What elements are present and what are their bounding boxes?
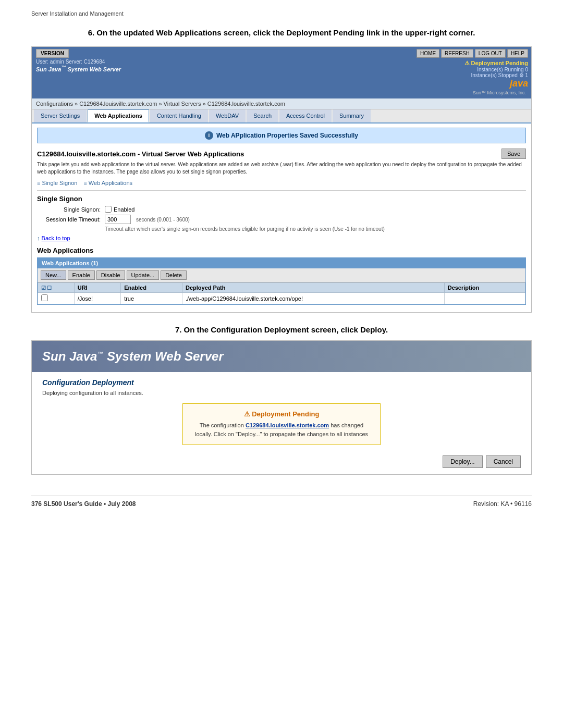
sun-java-title: Sun Java™ System Web Server <box>42 349 521 364</box>
app-header-left: VERSION User: admin Server: C129684 Sun … <box>32 47 125 98</box>
doc-title: Server Installation and Management <box>31 10 532 17</box>
success-message: Web APplication Properties Saved Success… <box>216 132 358 139</box>
config-deployment-description: Deploying configuration to all instances… <box>42 390 521 396</box>
pending-server: C129684.louisville.stortek.com <box>246 422 329 428</box>
session-timeout-row: Session Idle Timeout: 300 seconds (0.001… <box>37 215 526 224</box>
header-buttons: HOME REFRESH LOG OUT HELP <box>417 49 528 58</box>
session-timeout-input[interactable]: 300 <box>105 215 131 224</box>
config-deployment-content: Configuration Deployment Deploying confi… <box>32 372 531 474</box>
version-button[interactable]: VERSION <box>36 49 69 58</box>
enabled-checkbox[interactable] <box>105 206 112 213</box>
back-to-top-link[interactable]: Back to top <box>37 235 526 241</box>
single-signon-title: Single Signon <box>37 195 526 203</box>
session-timeout-suffix: seconds (0.001 - 3600) <box>136 217 190 223</box>
row-checkbox[interactable] <box>41 294 48 301</box>
col-enabled: Enabled <box>121 283 182 293</box>
row-uri: /Jose! <box>74 293 120 304</box>
single-signon-control: Enabled <box>105 206 134 213</box>
page-title-row: C129684.louisville.stortek.com - Virtual… <box>37 149 526 159</box>
section6-heading: 6. On the updated Web Applications scree… <box>31 27 532 38</box>
tab-access-control[interactable]: Access Control <box>279 109 332 122</box>
page-description: This page lets you add web applications … <box>37 161 526 176</box>
section7-heading: 7. On the Configuration Deployment scree… <box>31 325 532 334</box>
app-header-right: HOME REFRESH LOG OUT HELP Deployment Pen… <box>413 47 531 98</box>
home-button[interactable]: HOME <box>417 49 439 58</box>
web-apps-data-table: ☑ ☐ URI Enabled Deployed Path Descriptio… <box>38 282 525 304</box>
update-button[interactable]: Update... <box>127 270 160 280</box>
refresh-button[interactable]: REFRESH <box>441 49 473 58</box>
row-description <box>444 293 525 304</box>
quick-link-web-applications[interactable]: Web Applications <box>83 180 132 186</box>
session-timeout-control: 300 seconds (0.001 - 3600) <box>105 215 190 224</box>
quick-links: Single Signon Web Applications <box>37 180 526 186</box>
success-banner: i Web APplication Properties Saved Succe… <box>37 128 526 143</box>
screenshot-section6: VERSION User: admin Server: C129684 Sun … <box>31 46 532 313</box>
sun-microsystems: Sun™ Microsystems, Inc. <box>471 89 528 96</box>
deployment-pending-box-title: Deployment Pending <box>191 410 372 418</box>
footer: 376 SL500 User's Guide • July 2008 Revis… <box>31 496 532 508</box>
save-button[interactable]: Save <box>501 149 526 159</box>
tab-search[interactable]: Search <box>247 109 278 122</box>
app-title-text: Sun Java™ System Web Server <box>36 66 121 72</box>
col-uri: URI <box>74 283 120 293</box>
tab-web-applications[interactable]: Web Applications <box>88 109 149 122</box>
row-checkbox-cell[interactable] <box>38 293 75 304</box>
cancel-button[interactable]: Cancel <box>486 455 521 468</box>
tab-webdav[interactable]: WebDAV <box>209 109 246 122</box>
table-icons: ☑ ☐ <box>41 285 71 291</box>
content-area: i Web APplication Properties Saved Succe… <box>32 124 531 312</box>
screenshot-section7: Sun Java™ System Web Server Configuratio… <box>31 340 532 475</box>
single-signon-label: Single Signon: <box>37 206 105 213</box>
footer-left: 376 SL500 User's Guide • July 2008 <box>31 500 136 508</box>
bottom-buttons: Deploy... Cancel <box>42 455 521 468</box>
session-timeout-label: Session Idle Timeout: <box>37 216 105 223</box>
deployment-pending-box: Deployment Pending The configuration C12… <box>182 403 381 445</box>
deployment-pending-box-desc: The configuration C129684.louisville.sto… <box>191 421 372 438</box>
user-info: User: admin Server: C129684 <box>36 59 121 65</box>
web-apps-table-container: Web Applications (1) New... Enable Disab… <box>37 257 526 305</box>
col-deployed-path: Deployed Path <box>182 283 444 293</box>
web-applications-section-title: Web Applications <box>37 246 526 254</box>
config-deployment-title: Configuration Deployment <box>42 378 521 387</box>
help-button[interactable]: HELP <box>507 49 528 58</box>
back-to-top-anchor[interactable]: Back to top <box>42 235 70 241</box>
table-row: /Jose! true ./web-app/C129684.louisville… <box>38 293 525 304</box>
app-header: VERSION User: admin Server: C129684 Sun … <box>32 47 531 98</box>
pending-desc-pre: The configuration <box>200 422 246 428</box>
new-button[interactable]: New... <box>41 270 66 280</box>
instances-stopped: Instance(s) Stopped ⚙ 1 <box>471 72 528 78</box>
footer-right: Revision: KA • 96116 <box>473 500 532 508</box>
deployment-pending-link[interactable]: Deployment Pending <box>464 60 528 67</box>
deselect-all-icon[interactable]: ☐ <box>47 285 52 291</box>
col-description: Description <box>444 283 525 293</box>
divider1 <box>37 190 526 191</box>
tab-summary[interactable]: Summary <box>333 109 371 122</box>
single-signon-row: Single Signon: Enabled <box>37 206 526 213</box>
info-icon: i <box>205 131 213 140</box>
row-deployed-path: ./web-app/C129684.louisville.stortek.com… <box>182 293 444 304</box>
instances-running: Instance(s) Running 0 <box>477 67 528 72</box>
table-action-bar: New... Enable Disable Update... Delete <box>38 268 525 282</box>
sun-java-header: Sun Java™ System Web Server <box>32 341 531 372</box>
enabled-checkbox-label[interactable]: Enabled <box>105 206 134 213</box>
row-enabled: true <box>121 293 182 304</box>
page-title: C129684.louisville.stortek.com - Virtual… <box>37 150 244 158</box>
logout-button[interactable]: LOG OUT <box>475 49 506 58</box>
select-all-icon[interactable]: ☑ <box>41 285 46 291</box>
enabled-label: Enabled <box>114 206 134 213</box>
disable-button[interactable]: Disable <box>96 270 125 280</box>
nav-tabs: Server Settings Web Applications Content… <box>32 109 531 124</box>
timeout-hint: Timeout after which user's single sign-o… <box>105 226 526 232</box>
enable-button[interactable]: Enable <box>68 270 95 280</box>
app-title: Sun Java™ System Web Server <box>36 65 121 78</box>
quick-link-single-signon[interactable]: Single Signon <box>37 180 77 186</box>
java-logo: java <box>510 78 528 89</box>
col-select: ☑ ☐ <box>38 283 75 293</box>
breadcrumb: Configurations » C129684.louisville.stor… <box>32 98 531 109</box>
deploy-button[interactable]: Deploy... <box>443 455 482 468</box>
web-apps-table-header: Web Applications (1) <box>38 258 525 268</box>
tab-content-handling[interactable]: Content Handling <box>150 109 208 122</box>
delete-button[interactable]: Delete <box>161 270 187 280</box>
web-applications-section: Web Applications Web Applications (1) Ne… <box>37 246 526 305</box>
tab-server-settings[interactable]: Server Settings <box>34 109 87 122</box>
